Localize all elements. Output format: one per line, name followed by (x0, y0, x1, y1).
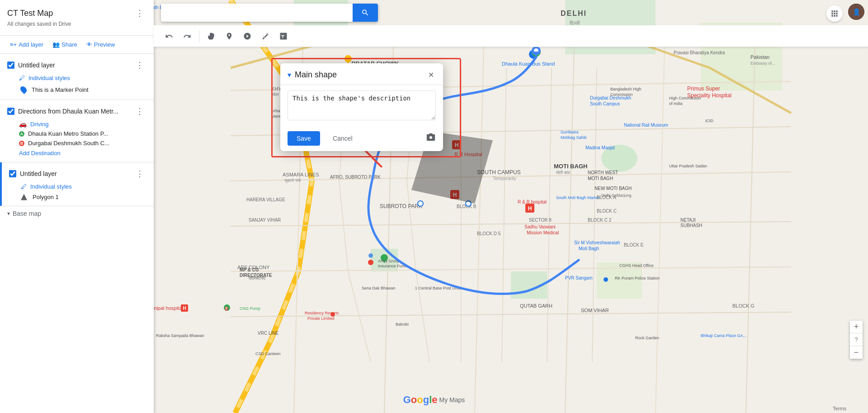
layer-1-individual-styles[interactable]: 🖊 Individual styles (0, 73, 154, 83)
svg-text:QUTAB GARH: QUTAB GARH (520, 303, 552, 309)
panel-subtitle: All changes saved in Drive (7, 21, 146, 27)
modal-description-input[interactable]: This is the shape's description (288, 90, 436, 120)
modal-expand-icon: ▾ (288, 71, 291, 79)
text-tool-button[interactable] (275, 28, 292, 44)
svg-text:Mission Medical: Mission Medical (527, 230, 559, 235)
redo-button[interactable] (179, 28, 195, 44)
cancel-button[interactable]: Cancel (326, 131, 360, 146)
svg-rect-5 (511, 271, 547, 299)
toolbar-separator-1 (199, 30, 199, 43)
save-button[interactable]: Save (288, 131, 320, 146)
help-button[interactable]: ? (850, 333, 863, 346)
zoom-out-button[interactable]: − (850, 346, 863, 359)
layer-2-checkbox[interactable] (9, 170, 16, 177)
add-layer-button[interactable]: ≡+ Add layer (7, 39, 46, 50)
svg-text:SANJAY VIHAR: SANJAY VIHAR (249, 218, 281, 223)
svg-text:MOTI BAGH: MOTI BAGH (588, 176, 613, 181)
directions-name: Directions from Dhaula Kuan Metr... (18, 108, 118, 115)
svg-text:मोती बाघ: मोती बाघ (556, 170, 570, 175)
user-avatar[interactable]: 👤 (848, 4, 864, 20)
svg-text:Insurance Fund: Insurance Fund (378, 264, 406, 268)
marker-pin-icon (19, 85, 28, 94)
layer-1-checkbox[interactable] (7, 62, 14, 69)
svg-point-65 (418, 201, 423, 206)
layer-2-header: Untitled layer ⋮ (0, 166, 154, 181)
directions-more-button[interactable]: ⋮ (133, 105, 146, 117)
ruler-tool-button[interactable] (257, 28, 274, 44)
my-maps-label: My Maps (439, 396, 465, 404)
layer-1-styles-label: Individual styles (28, 75, 70, 81)
svg-text:R R Hospital: R R Hospital (454, 152, 482, 157)
svg-text:BLOCK A: BLOCK A (597, 195, 616, 200)
svg-text:Army Group: Army Group (378, 259, 400, 263)
avatar-image: 👤 (848, 4, 864, 20)
car-icon: 🚗 (19, 120, 27, 128)
preview-button[interactable]: 👁 Preview (84, 39, 118, 50)
svg-text:NEW MOTI BAGH: NEW MOTI BAGH (594, 186, 632, 191)
modal-close-button[interactable]: ✕ (426, 69, 436, 81)
add-destination-label: Add Destination (19, 150, 61, 157)
svg-text:ICID: ICID (705, 119, 714, 123)
svg-text:ASMARA LINES: ASMARA LINES (283, 172, 319, 177)
add-destination-button[interactable]: Add Destination (0, 148, 68, 158)
svg-text:CGHS Head Office: CGHS Head Office (619, 263, 654, 268)
stop-a-item[interactable]: A Dhaula Kuan Metro Station P... (0, 129, 154, 138)
svg-text:Balmiki: Balmiki (396, 322, 409, 327)
svg-text:Commission: Commission (610, 92, 633, 97)
svg-text:VRC LINE: VRC LINE (258, 331, 278, 336)
panel-more-button[interactable]: ⋮ (133, 7, 146, 19)
layer-2-individual-styles[interactable]: 🖊 Individual styles (0, 181, 154, 192)
hand-tool-button[interactable] (203, 28, 219, 44)
svg-point-79 (330, 312, 335, 317)
share-button[interactable]: 👥 Share (50, 39, 80, 50)
terms-link[interactable]: Terms (833, 406, 846, 411)
svg-point-67 (368, 253, 373, 258)
svg-text:CNG Pump: CNG Pump (240, 306, 260, 311)
svg-point-85 (604, 277, 608, 282)
lasso-tool-button[interactable] (239, 28, 255, 44)
svg-text:SECTOR 8: SECTOR 8 (529, 218, 552, 223)
panel-title: CT Test Map (7, 9, 53, 18)
layer-1-section: Untitled layer ⋮ 🖊 Individual styles Thi… (0, 54, 154, 100)
svg-text:Bhikaji Cama Place GA...: Bhikaji Cama Place GA... (701, 333, 746, 338)
add-layer-label: Add layer (19, 41, 43, 48)
svg-text:HARERA VILLAGE: HARERA VILLAGE (246, 197, 285, 202)
svg-text:Moti Bagh: Moti Bagh (579, 246, 599, 251)
grid-icon (830, 9, 839, 18)
apps-grid-button[interactable] (826, 5, 843, 22)
driving-label: Driving (30, 121, 48, 128)
directions-checkbox[interactable] (7, 108, 14, 115)
svg-text:1 Central Base Post Office: 1 Central Base Post Office (415, 286, 463, 290)
search-button[interactable] (353, 4, 378, 22)
svg-text:PVR Sangam: PVR Sangam (565, 275, 593, 280)
zoom-in-button[interactable]: + (850, 321, 863, 333)
stop-a-text: Dhaula Kuan Metro Station P... (28, 130, 108, 137)
layer-2-more-button[interactable]: ⋮ (133, 168, 146, 180)
svg-text:Temporarily: Temporarily (493, 176, 516, 181)
layer-1-marker-item[interactable]: This is a Marker Point (0, 83, 154, 96)
svg-text:DIRECTORATE: DIRECTORATE (240, 273, 272, 278)
camera-button[interactable] (426, 133, 436, 145)
svg-text:Uttar Pradesh Sadan: Uttar Pradesh Sadan (669, 164, 707, 168)
svg-text:MP & CG: MP & CG (240, 267, 259, 272)
toolbar (154, 25, 868, 47)
hand-icon (207, 32, 215, 40)
search-input[interactable] (161, 9, 353, 16)
layer-1-more-button[interactable]: ⋮ (133, 59, 146, 71)
svg-text:Bangladesh High: Bangladesh High (610, 87, 642, 91)
driving-item[interactable]: 🚗 Driving (0, 119, 154, 129)
modal-title-input[interactable] (295, 70, 426, 80)
svg-text:SOUTH CAMPUS: SOUTH CAMPUS (477, 169, 521, 176)
svg-text:Motibag Sahib: Motibag Sahib (561, 135, 587, 140)
pin-tool-button[interactable] (221, 28, 237, 44)
basemap-header[interactable]: ▾ Base map (7, 210, 146, 217)
zoom-controls: + ? − (850, 321, 863, 359)
layer-1-marker-text: This is a Marker Point (32, 86, 89, 93)
layer-2-polygon-text: Polygon 1 (33, 194, 59, 200)
svg-text:of India: of India (669, 101, 683, 106)
layer-2-polygon-item[interactable]: Polygon 1 (0, 192, 154, 202)
svg-text:H: H (183, 306, 186, 311)
google-logo: Google (403, 394, 438, 406)
undo-button[interactable] (161, 28, 177, 44)
stop-b-item[interactable]: B Durgabai Deshmukh South C... (0, 138, 154, 148)
